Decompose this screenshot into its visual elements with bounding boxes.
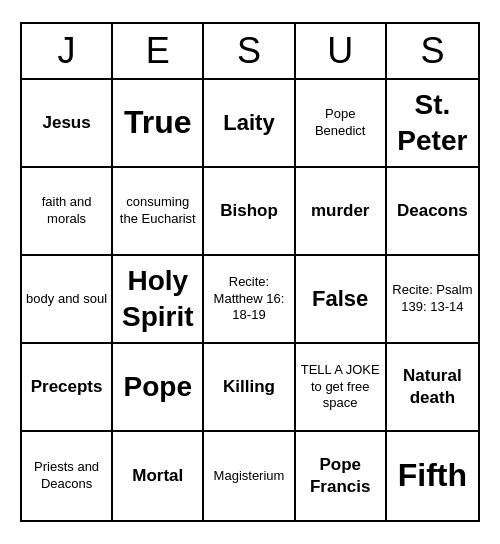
cell-r3-c2: Killing xyxy=(204,344,295,432)
cell-r2-c2: Recite: Matthew 16: 18-19 xyxy=(204,256,295,344)
cell-r0-c4: St. Peter xyxy=(387,80,478,168)
header-letter-S: S xyxy=(387,24,478,78)
header-letter-U: U xyxy=(296,24,387,78)
bingo-card: JESUS JesusTrueLaityPope BenedictSt. Pet… xyxy=(20,22,480,522)
cell-r2-c1: Holy Spirit xyxy=(113,256,204,344)
cell-r4-c2: Magisterium xyxy=(204,432,295,520)
cell-r2-c0: body and soul xyxy=(22,256,113,344)
cell-r1-c1: consuming the Eucharist xyxy=(113,168,204,256)
bingo-grid: JesusTrueLaityPope BenedictSt. Peterfait… xyxy=(22,80,478,520)
cell-r0-c3: Pope Benedict xyxy=(296,80,387,168)
cell-r1-c0: faith and morals xyxy=(22,168,113,256)
header-letter-S: S xyxy=(204,24,295,78)
cell-r3-c4: Natural death xyxy=(387,344,478,432)
cell-r0-c0: Jesus xyxy=(22,80,113,168)
cell-r2-c3: False xyxy=(296,256,387,344)
cell-r2-c4: Recite: Psalm 139: 13-14 xyxy=(387,256,478,344)
cell-r3-c1: Pope xyxy=(113,344,204,432)
cell-r0-c1: True xyxy=(113,80,204,168)
cell-r4-c0: Priests and Deacons xyxy=(22,432,113,520)
cell-r3-c3: TELL A JOKE to get free space xyxy=(296,344,387,432)
cell-r1-c4: Deacons xyxy=(387,168,478,256)
header-row: JESUS xyxy=(22,24,478,80)
cell-r4-c1: Mortal xyxy=(113,432,204,520)
header-letter-J: J xyxy=(22,24,113,78)
cell-r3-c0: Precepts xyxy=(22,344,113,432)
cell-r0-c2: Laity xyxy=(204,80,295,168)
cell-r4-c4: Fifth xyxy=(387,432,478,520)
cell-r4-c3: Pope Francis xyxy=(296,432,387,520)
cell-r1-c3: murder xyxy=(296,168,387,256)
header-letter-E: E xyxy=(113,24,204,78)
cell-r1-c2: Bishop xyxy=(204,168,295,256)
